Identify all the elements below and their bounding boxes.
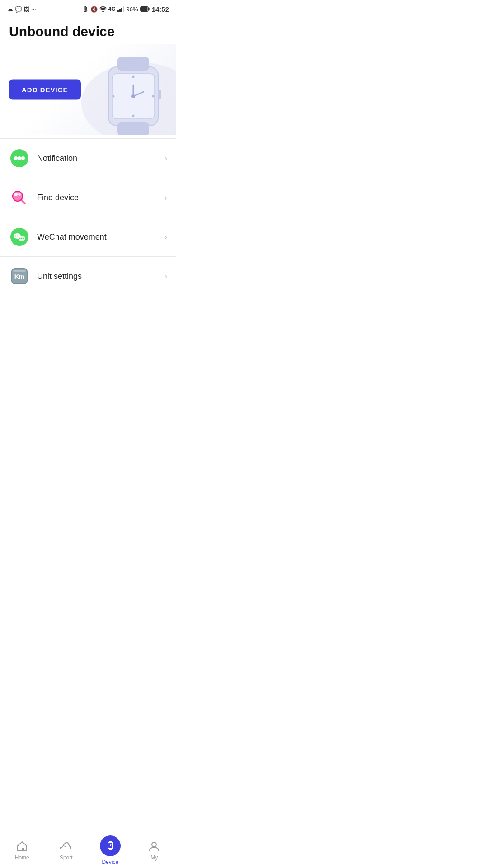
home-icon [16, 840, 28, 853]
menu-item-wechat[interactable]: WeChat movement › [0, 217, 176, 257]
svg-rect-2 [121, 8, 122, 12]
sport-icon [60, 840, 72, 853]
my-icon [148, 840, 160, 853]
svg-point-33 [19, 236, 20, 237]
menu-item-unit-settings[interactable]: Km Unit settings › [0, 257, 176, 296]
notification-icon [9, 148, 30, 169]
unit-settings-chevron: › [164, 272, 167, 281]
page-title: Unbound device [9, 24, 167, 40]
svg-rect-42 [109, 841, 112, 843]
find-device-icon [9, 187, 30, 208]
nav-item-sport[interactable]: Sport [44, 840, 89, 861]
device-nav-label: Device [102, 859, 118, 865]
svg-point-47 [152, 842, 156, 847]
nav-item-my[interactable]: My [132, 840, 177, 861]
home-nav-label: Home [15, 854, 29, 861]
notification-icons: ☁ 💬 🖼 ··· [7, 6, 36, 13]
svg-point-46 [110, 845, 111, 846]
svg-rect-5 [141, 7, 147, 11]
svg-rect-18 [158, 90, 161, 99]
find-device-label: Find device [37, 193, 164, 203]
svg-point-13 [131, 94, 135, 98]
svg-point-31 [15, 236, 16, 237]
find-device-chevron: › [164, 193, 167, 203]
svg-point-16 [113, 95, 115, 98]
svg-rect-40 [13, 270, 26, 272]
svg-line-26 [21, 200, 25, 203]
status-bar: ☁ 💬 🖼 ··· 🔇 4G 96% [0, 0, 176, 16]
svg-rect-43 [109, 849, 112, 850]
status-right: 🔇 4G 96% 14:52 [82, 5, 169, 13]
battery-icon [140, 6, 150, 12]
unit-settings-label: Unit settings [37, 272, 164, 281]
menu-list: Notification › Find device › [0, 138, 176, 296]
time-display: 14:52 [152, 5, 169, 13]
wechat-icon [9, 226, 30, 247]
bottom-nav: Home Sport Device [0, 832, 176, 868]
svg-point-32 [17, 236, 18, 237]
watch-illustration [68, 49, 176, 135]
device-active-icon [100, 835, 121, 856]
svg-rect-1 [119, 9, 121, 12]
svg-rect-3 [123, 6, 124, 12]
status-left: ☁ 💬 🖼 ··· [7, 6, 36, 13]
bluetooth-icon [82, 6, 89, 12]
svg-point-34 [19, 238, 21, 239]
header: Unbound device [0, 16, 176, 40]
svg-point-14 [132, 76, 135, 78]
menu-item-notification[interactable]: Notification › [0, 139, 176, 178]
svg-point-21 [18, 156, 21, 160]
mute-icon: 🔇 [90, 6, 98, 13]
svg-point-24 [14, 193, 18, 196]
nav-item-device[interactable]: Device [88, 835, 132, 865]
svg-point-22 [21, 156, 25, 160]
my-nav-label: My [150, 854, 158, 861]
nav-item-home[interactable]: Home [0, 840, 44, 861]
svg-rect-10 [117, 122, 149, 135]
network-4g: 4G [108, 6, 116, 12]
signal-bars [117, 6, 125, 12]
wechat-chevron: › [164, 232, 167, 242]
svg-point-15 [132, 115, 135, 117]
svg-point-20 [14, 156, 18, 160]
svg-point-35 [21, 238, 23, 239]
sport-nav-label: Sport [60, 854, 73, 861]
unit-settings-icon: Km [9, 266, 30, 287]
menu-item-find-device[interactable]: Find device › [0, 178, 176, 217]
svg-rect-9 [117, 57, 149, 71]
hero-section: ADD DEVICE [0, 44, 176, 135]
wifi-icon [99, 6, 107, 12]
notification-chevron: › [164, 154, 167, 163]
svg-text:Km: Km [14, 273, 25, 280]
battery-percent: 96% [127, 6, 138, 13]
wechat-label: WeChat movement [37, 232, 164, 242]
notification-label: Notification [37, 154, 164, 163]
svg-point-36 [23, 238, 24, 239]
svg-rect-0 [117, 10, 119, 12]
svg-point-25 [18, 193, 21, 196]
svg-point-17 [152, 95, 155, 98]
